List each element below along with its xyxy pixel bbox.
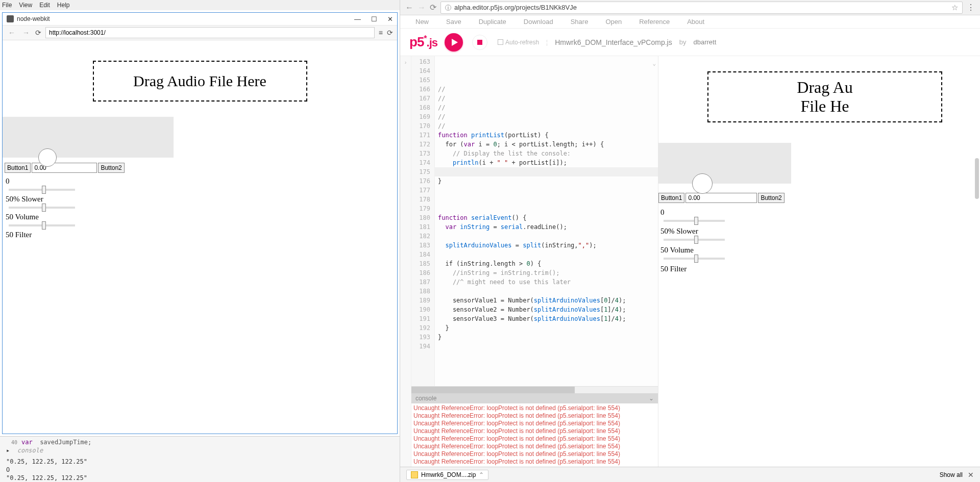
preview-label-zero: 0 [660,208,980,217]
p5-menu-share[interactable]: Share [571,18,589,26]
devtools-console: 40var var savedJumpTime;savedJumpTime; ▸… [0,436,400,482]
close-button[interactable]: ✕ [387,15,393,23]
expand-chevron-icon[interactable]: ▸ [6,447,10,454]
preview-button1[interactable]: Button1 [658,193,684,203]
forward-icon[interactable]: → [21,29,31,37]
zip-file-icon [411,471,418,478]
console-collapse-icon[interactable]: ⌄ [649,395,654,402]
os-menu-file[interactable]: File [2,2,12,9]
chrome-menu-icon[interactable]: ⋮ [967,3,975,12]
reload-icon[interactable]: ⟳ [35,29,41,37]
p5-menu-open[interactable]: Open [605,18,622,26]
p5-menu-download[interactable]: Download [524,18,553,26]
sketch-filename[interactable]: Hmwrk6_DOM_Interface_vPComp.js [555,38,672,46]
fold-chevron-icon[interactable]: ⌄ [652,59,656,68]
download-item[interactable]: Hmwrk6_DOM....zip ⌃ [406,470,488,480]
sketch-preview: Drag AuFile He Button1 Button2 0 50% Slo… [658,56,980,467]
label-zero: 0 [6,177,397,186]
play-button[interactable] [445,33,463,52]
sidebar-collapse[interactable]: › [400,56,411,467]
preview-button2[interactable]: Button2 [758,193,784,203]
console-output-1: "0.25, 122.25, 122.25" [6,458,394,465]
button2[interactable]: Button2 [98,163,124,173]
back-icon[interactable]: ← [7,29,17,37]
preview-canvas-r [658,143,791,184]
p5-menu-about[interactable]: About [687,18,704,26]
autorefresh-checkbox[interactable] [498,39,503,45]
address-input[interactable] [45,27,375,38]
p5js-logo: p5*.js [409,34,437,50]
os-menu-edit[interactable]: Edit [39,2,50,9]
p5-menu-save[interactable]: Save [446,18,461,26]
devtools-reload-icon[interactable]: ⟳ [387,29,393,37]
show-all-downloads[interactable]: Show all [940,471,963,478]
chrome-url: alpha.editor.p5js.org/projects/B1NKk8VJe [454,4,577,11]
os-menu-view[interactable]: View [19,2,32,9]
console-output: Uncaught ReferenceError: loopProtect is … [411,403,658,467]
os-menu-help[interactable]: Help [57,2,70,9]
node-webkit-window: node-webkit — ☐ ✕ ← → ⟳ ≡ ⟳ Drag Audio F… [2,12,398,434]
p5-menu-new[interactable]: New [415,18,429,26]
preview-time-field[interactable] [685,193,757,203]
drop-zone[interactable]: Drag Audio File Here [93,61,307,102]
preview-label-volume: 50 Volume [660,246,980,255]
bookmark-star-icon[interactable]: ☆ [951,3,958,12]
stop-button[interactable] [472,35,487,50]
preview-scrollbar[interactable] [975,158,979,199]
slider-speed[interactable] [9,207,75,209]
label-slower: 50% Slower [6,195,397,204]
button1[interactable]: Button1 [5,163,31,173]
os-menu: File View Edit Help [0,0,400,10]
code-editor[interactable]: 1631641651661671681691701711721731741751… [411,56,658,386]
preview-drop-zone[interactable]: Drag AuFile He [707,71,942,122]
preview-canvas [3,117,174,158]
chrome-address-bar[interactable]: i alpha.editor.p5js.org/projects/B1NKk8V… [440,2,963,14]
minimize-button[interactable]: — [354,15,361,23]
preview-slider-volume[interactable] [664,258,725,260]
chrome-toolbar: ← → ⟳ i alpha.editor.p5js.org/projects/B… [400,0,980,15]
console-output-3: "0.25, 122.25, 122.25" [6,474,394,481]
preview-slider-speed[interactable] [664,239,725,241]
console-output-2: O [6,466,394,473]
oscillator-circle [38,148,57,167]
author-name[interactable]: dbarrett [693,38,716,46]
p5-top-menu: New Save Duplicate Download Share Open R… [400,15,980,29]
play-icon [452,39,458,46]
window-title: node-webkit [17,15,354,22]
stop-icon [477,40,482,45]
preview-label-slower: 50% Slower [660,227,980,236]
p5-menu-reference[interactable]: Reference [639,18,670,26]
autorefresh-label: Auto-refresh [505,39,539,46]
editor-scrollbar[interactable] [411,386,658,393]
chrome-forward-icon[interactable]: → [418,3,426,12]
info-icon[interactable]: i [445,5,451,11]
chrome-reload-icon[interactable]: ⟳ [430,3,436,12]
slider-1[interactable] [9,189,75,191]
p5-menu-duplicate[interactable]: Duplicate [479,18,506,26]
download-bar-close-icon[interactable]: ✕ [968,471,974,479]
app-icon [7,15,14,22]
by-label: by [679,38,687,46]
hamburger-icon[interactable]: ≡ [379,29,383,37]
label-volume: 50 Volume [6,213,397,221]
maximize-button[interactable]: ☐ [371,15,377,23]
download-filename: Hmwrk6_DOM....zip [421,471,476,478]
console-header[interactable]: console ⌄ [411,393,658,403]
line-gutter: 1631641651661671681691701711721731741751… [411,56,435,386]
p5-header: p5*.js Auto-refresh ¦ Hmwrk6_DOM_Interfa… [400,29,980,56]
download-bar: Hmwrk6_DOM....zip ⌃ Show all ✕ [400,467,980,482]
chrome-back-icon[interactable]: ← [405,3,413,12]
slider-volume[interactable] [9,224,75,226]
preview-label-filter: 50 Filter [660,265,980,273]
code-content[interactable]: ⌄ // // // // // function printList(port… [435,56,658,386]
label-filter: 50 Filter [6,231,397,239]
preview-circle [692,173,713,194]
download-chevron-icon[interactable]: ⌃ [479,471,484,478]
preview-slider-1[interactable] [664,220,725,222]
